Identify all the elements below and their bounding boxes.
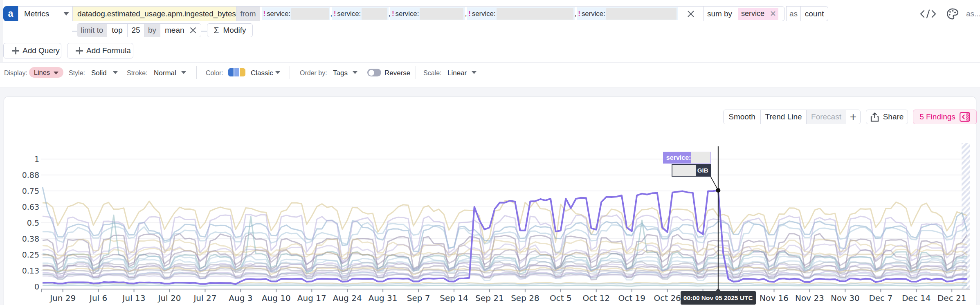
hover-series-tooltip: service: (663, 152, 711, 164)
metric-name-field[interactable]: datadog.estimated_usage.apm.ingested_byt… (73, 6, 236, 21)
filter-tag[interactable]: !service: (577, 7, 678, 20)
chevron-down-icon (54, 72, 58, 74)
filter-key: service: (396, 10, 419, 18)
filter-key: service: (582, 10, 605, 18)
plus-icon (12, 47, 19, 54)
remove-group-by-icon[interactable]: ✕ (770, 9, 776, 18)
display-type-dropdown[interactable]: Lines (29, 67, 63, 78)
style-label: Style: (69, 70, 85, 77)
filter-key: service: (267, 10, 290, 18)
chevron-down-icon[interactable] (113, 71, 118, 74)
sigma-icon: Σ (214, 25, 219, 35)
redacted-value (420, 8, 463, 20)
reverse-toggle[interactable] (367, 69, 381, 76)
filter-key: service: (472, 10, 496, 18)
filter-tag[interactable]: !service: (390, 7, 465, 20)
filter-negation: ! (392, 10, 394, 18)
redacted-value (362, 8, 387, 20)
plus-icon: + (850, 110, 856, 123)
color-value[interactable]: Classic (251, 69, 273, 77)
filter-negation: ! (263, 10, 266, 18)
stroke-value[interactable]: Normal (154, 69, 176, 77)
data-source-label: Metrics (24, 9, 49, 18)
chart-mode-button-group: Smooth Trend Line Forecast + (723, 110, 861, 124)
add-chart-mode-button[interactable]: + (846, 110, 860, 124)
scale-value[interactable]: Linear (447, 69, 467, 77)
hover-value-unit: GiB (696, 165, 710, 176)
as-label: as (786, 6, 801, 21)
open-panel-icon (960, 112, 970, 122)
order-by-label: Order by: (300, 70, 327, 77)
divider (290, 66, 290, 79)
display-options-bar: Display: Style: Solid Stroke: Normal Col… (0, 63, 980, 87)
limit-direction-dropdown[interactable]: top (107, 24, 128, 37)
count-dropdown[interactable]: count (801, 6, 828, 21)
query-letter-badge: a (3, 6, 18, 21)
limit-by-label: by (144, 24, 160, 37)
redacted-value (497, 8, 573, 20)
filter-tag[interactable]: !service: (262, 7, 330, 20)
filter-negation: ! (468, 10, 471, 18)
filter-negation: ! (334, 10, 336, 18)
group-by-chip[interactable]: service ✕ (738, 8, 778, 20)
metric-name-text: datadog.estimated_usage.apm.ingested_byt… (77, 9, 236, 18)
group-by-chip-label: service (741, 9, 764, 18)
data-source-dropdown[interactable]: Metrics (18, 6, 73, 21)
chevron-down-icon (63, 12, 69, 16)
tree-connector (201, 31, 207, 32)
hover-series-tag: service: (663, 152, 691, 164)
add-query-button[interactable]: Add Query (3, 43, 61, 58)
redacted-value (672, 165, 696, 176)
redacted-value (291, 8, 329, 20)
group-by-field[interactable]: service ✕ (736, 6, 785, 21)
clear-filters-button[interactable] (678, 6, 704, 21)
style-value[interactable]: Solid (91, 69, 107, 77)
scale-label: Scale: (423, 70, 441, 77)
chevron-down-icon[interactable] (181, 71, 186, 74)
share-export-icon (870, 112, 879, 122)
reverse-label: Reverse (384, 69, 410, 77)
findings-button[interactable]: 5 Findings (913, 110, 977, 124)
forecast-button-disabled: Forecast (807, 110, 846, 124)
as-overflow-label[interactable]: as... (966, 9, 980, 18)
trend-line-button[interactable]: Trend Line (761, 110, 807, 124)
chevron-down-icon[interactable] (353, 71, 357, 74)
limit-clause: limit to top 25 by mean (77, 23, 201, 37)
filter-tag[interactable]: !service: (332, 7, 388, 20)
add-formula-button[interactable]: Add Formula (67, 43, 133, 58)
filter-tag[interactable]: !service: (467, 7, 575, 20)
share-button[interactable]: Share (866, 110, 908, 124)
divider (416, 66, 416, 79)
as-count-group: as count (786, 6, 828, 21)
cursor-timestamp-tooltip: 00:00 Nov 05 2025 UTC (681, 291, 756, 305)
redacted-value (691, 152, 710, 163)
modify-label: Modify (223, 26, 246, 35)
limit-to-label: limit to (77, 24, 107, 37)
limit-metric-dropdown[interactable]: mean (160, 24, 201, 37)
palette-icon[interactable] (946, 8, 959, 20)
hover-value-tooltip: GiB (672, 164, 711, 177)
color-label: Color: (206, 70, 223, 77)
filter-negation: ! (578, 10, 580, 18)
chart-panel (4, 96, 976, 305)
filter-key: service: (337, 10, 361, 18)
smooth-button[interactable]: Smooth (724, 110, 761, 124)
plus-icon (76, 47, 83, 54)
limit-count-field[interactable]: 25 (128, 24, 144, 37)
query-editor-row: a Metrics datadog.estimated_usage.apm.in… (3, 6, 785, 21)
redacted-value (606, 8, 677, 20)
chevron-down-icon[interactable] (275, 71, 280, 74)
color-palette-preview-icon[interactable] (228, 68, 245, 76)
from-label: from (236, 6, 260, 21)
filter-tags-field[interactable]: !service:,!service:,!service:,!service:,… (260, 6, 678, 21)
close-icon (687, 10, 695, 18)
stroke-label: Stroke: (127, 70, 148, 77)
sum-by-label: sum by (704, 6, 736, 21)
modify-button[interactable]: Σ Modify (207, 23, 253, 37)
divider (196, 66, 197, 79)
tree-connector (72, 31, 77, 32)
chevron-down-icon[interactable] (472, 71, 477, 74)
order-by-value[interactable]: Tags (333, 69, 348, 77)
code-icon[interactable] (919, 9, 937, 19)
close-icon[interactable] (189, 27, 197, 34)
